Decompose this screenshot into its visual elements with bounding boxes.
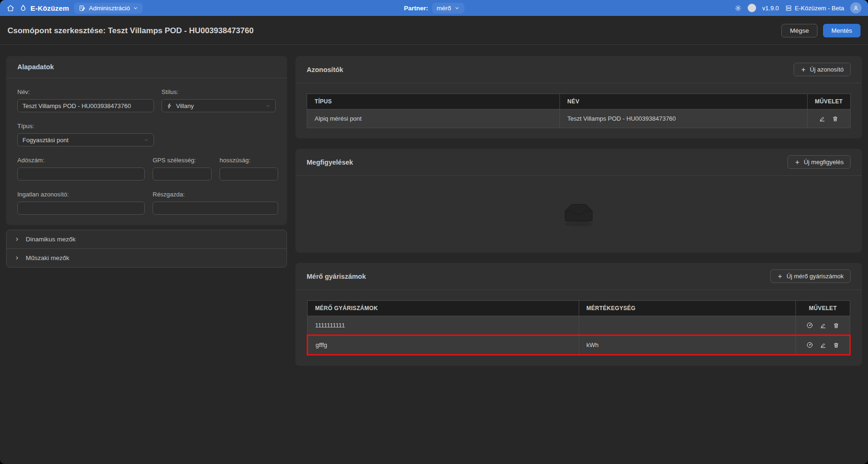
column-header-nev: NÉV bbox=[559, 94, 807, 109]
add-observation-button[interactable]: Új megfigyelés bbox=[787, 155, 851, 169]
observations-card-body bbox=[295, 176, 862, 253]
chevron-down-icon bbox=[144, 138, 149, 143]
admin-menu-label: Adminisztráció bbox=[89, 5, 130, 12]
collapse-panels: Dinamikus mezők Műszaki mezők bbox=[6, 230, 287, 268]
delete-icon[interactable] bbox=[833, 322, 839, 329]
column-header-muvelet: MŰVELET bbox=[807, 94, 850, 109]
meter-serials-card-body: MÉRŐ GYÁRISZÁMOK MÉRTÉKEGYSÉG MŰVELET 11… bbox=[295, 290, 862, 366]
identifiers-card: Azonosítók Új azonosító TÍPUS NÉV MŰVELE… bbox=[295, 56, 862, 138]
identifier-type-cell: Alpiq mérési pont bbox=[307, 109, 560, 128]
environment-icon bbox=[785, 5, 792, 12]
brand[interactable]: E-Közüzem bbox=[19, 4, 69, 13]
gauge-icon[interactable] bbox=[806, 322, 813, 329]
main-content: Alapadatok Név: Stílus: Villany bbox=[0, 45, 868, 372]
serial-cell: 1111111111 bbox=[308, 316, 579, 335]
add-identifier-label: Új azonosító bbox=[810, 66, 844, 73]
identifiers-card-header: Azonosítók Új azonosító bbox=[295, 56, 862, 83]
dynamic-fields-collapse[interactable]: Dinamikus mezők bbox=[7, 230, 287, 248]
observations-title: Megfigyelések bbox=[307, 159, 353, 166]
plus-icon bbox=[777, 274, 783, 279]
basic-data-card: Alapadatok Név: Stílus: Villany bbox=[6, 56, 287, 225]
sun-icon bbox=[735, 5, 742, 12]
edit-icon[interactable] bbox=[819, 116, 825, 122]
navbar-left: E-Közüzem Adminisztráció bbox=[7, 3, 143, 14]
tax-field-group: Adószám: bbox=[17, 157, 145, 181]
chevron-right-icon bbox=[15, 255, 20, 261]
table-row-highlighted: gfffg kWh bbox=[308, 335, 850, 355]
user-avatar[interactable] bbox=[850, 2, 861, 14]
environment-label: E-Közüzem - Beta bbox=[795, 5, 845, 12]
edit-icon[interactable] bbox=[820, 342, 826, 348]
unit-cell bbox=[579, 316, 796, 335]
version-label: v1.9.0 bbox=[762, 5, 779, 12]
add-identifier-button[interactable]: Új azonosító bbox=[794, 63, 851, 76]
shareholder-label: Részgazda: bbox=[153, 191, 278, 198]
identifiers-card-body: TÍPUS NÉV MŰVELET Alpiq mérési pont Tesz… bbox=[295, 83, 862, 138]
gauge-icon[interactable] bbox=[806, 341, 813, 348]
page-title: Csomópont szerkesztése: Teszt Villamps P… bbox=[7, 26, 254, 36]
identifiers-table: TÍPUS NÉV MŰVELET Alpiq mérési pont Tesz… bbox=[307, 94, 851, 128]
gps-lon-label: hosszúság: bbox=[220, 157, 278, 164]
column-header-serial: MÉRŐ GYÁRISZÁMOK bbox=[308, 301, 579, 316]
style-select[interactable]: Villany bbox=[162, 99, 276, 112]
tax-input[interactable] bbox=[17, 167, 145, 181]
chevron-down-icon bbox=[265, 103, 271, 109]
meter-serials-card-header: Mérő gyáriszámok Új mérő gyáriszámok bbox=[295, 263, 862, 290]
partner-dropdown[interactable]: mérő bbox=[432, 3, 464, 14]
delete-icon[interactable] bbox=[833, 342, 839, 348]
type-value: Fogyasztási pont bbox=[22, 137, 68, 144]
save-button[interactable]: Mentés bbox=[823, 24, 861, 37]
property-label: Ingatlan azonosító: bbox=[17, 191, 145, 198]
chevron-down-icon bbox=[133, 6, 138, 11]
meter-serials-table: MÉRŐ GYÁRISZÁMOK MÉRTÉKEGYSÉG MŰVELET 11… bbox=[307, 300, 851, 355]
cancel-button[interactable]: Mégse bbox=[781, 24, 817, 37]
theme-toggle[interactable] bbox=[748, 4, 756, 12]
column-header-tipus: TÍPUS bbox=[307, 94, 560, 109]
basic-data-title: Alapadatok bbox=[17, 63, 54, 71]
type-field-group: Típus: Fogyasztási pont bbox=[17, 123, 154, 146]
add-meter-serial-button[interactable]: Új mérő gyáriszámok bbox=[770, 269, 851, 283]
dynamic-fields-label: Dinamikus mezők bbox=[26, 236, 76, 243]
admin-menu[interactable]: Adminisztráció bbox=[74, 3, 143, 14]
name-input[interactable] bbox=[17, 99, 154, 112]
add-observation-label: Új megfigyelés bbox=[804, 159, 844, 166]
gps-lon-field-group: hosszúság: bbox=[220, 157, 278, 181]
navbar-right: v1.9.0 E-Közüzem - Beta bbox=[735, 2, 861, 14]
brand-name: E-Közüzem bbox=[30, 4, 69, 12]
environment-badge: E-Közüzem - Beta bbox=[785, 5, 845, 12]
shareholder-input[interactable] bbox=[153, 202, 278, 215]
home-icon[interactable] bbox=[7, 4, 15, 12]
identifiers-title: Azonosítók bbox=[307, 66, 343, 73]
gps-lat-input[interactable] bbox=[153, 167, 212, 181]
meter-serials-title: Mérő gyáriszámok bbox=[307, 273, 366, 280]
gps-lat-field-group: GPS szélesség: bbox=[153, 157, 212, 181]
empty-box-icon bbox=[559, 201, 598, 228]
partner-value: mérő bbox=[437, 5, 451, 12]
add-meter-serial-label: Új mérő gyáriszámok bbox=[787, 273, 844, 280]
edit-icon[interactable] bbox=[820, 322, 826, 329]
partner-label: Partner: bbox=[404, 5, 428, 12]
user-icon bbox=[853, 5, 859, 11]
technical-fields-label: Műszaki mezők bbox=[26, 254, 69, 261]
chevron-down-icon bbox=[454, 6, 459, 11]
style-field-group: Stílus: Villany bbox=[162, 88, 276, 112]
partner-selector: Partner: mérő bbox=[404, 3, 464, 14]
technical-fields-collapse[interactable]: Műszaki mezők bbox=[7, 248, 287, 267]
meter-serials-card: Mérő gyáriszámok Új mérő gyáriszámok MÉR… bbox=[295, 263, 862, 366]
title-bar: Csomópont szerkesztése: Teszt Villamps P… bbox=[0, 16, 868, 44]
basic-data-card-body: Név: Stílus: Villany bbox=[6, 78, 287, 225]
type-select[interactable]: Fogyasztási pont bbox=[17, 133, 154, 146]
style-label: Stílus: bbox=[162, 88, 276, 95]
observations-card-header: Megfigyelések Új megfigyelés bbox=[295, 149, 862, 176]
gps-lon-input[interactable] bbox=[220, 167, 278, 181]
unit-cell: kWh bbox=[579, 335, 796, 355]
form-icon bbox=[79, 5, 86, 12]
top-navbar: E-Közüzem Adminisztráció Partner: mérő v… bbox=[0, 0, 868, 16]
table-row: 1111111111 bbox=[308, 316, 850, 335]
observations-card: Megfigyelések Új megfigyelés bbox=[295, 149, 862, 253]
delete-icon[interactable] bbox=[832, 116, 839, 122]
property-input[interactable] bbox=[17, 202, 145, 215]
style-value: Villany bbox=[176, 102, 194, 109]
tax-label: Adószám: bbox=[17, 157, 145, 164]
plus-icon bbox=[794, 160, 800, 165]
